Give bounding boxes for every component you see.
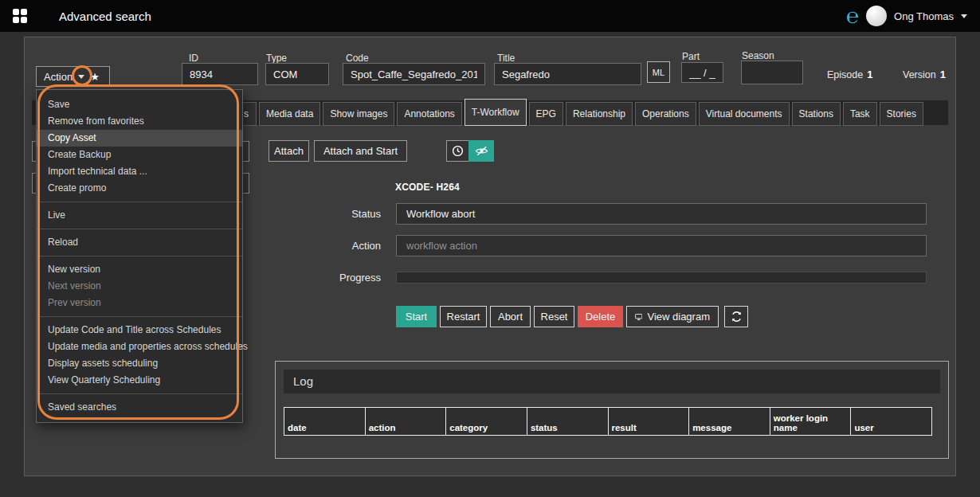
tab-media-data[interactable]: Media data bbox=[259, 102, 320, 126]
refresh-button[interactable] bbox=[724, 306, 748, 327]
id-field[interactable] bbox=[182, 63, 258, 85]
status-input[interactable] bbox=[396, 203, 927, 225]
attach-button[interactable]: Attach bbox=[269, 140, 309, 162]
abort-button[interactable]: Abort bbox=[490, 306, 531, 327]
action-dropdown-menu: Save Remove from favorites Copy Asset Cr… bbox=[36, 89, 243, 423]
view-diagram-label: View diagram bbox=[647, 311, 710, 323]
tab-annotations[interactable]: Annotations bbox=[397, 102, 461, 126]
workflow-action-label: Action bbox=[308, 240, 381, 252]
toggle-visibility-button[interactable] bbox=[468, 140, 494, 162]
code-label: Code bbox=[346, 53, 369, 64]
log-col-category: category bbox=[446, 407, 527, 436]
tab-bar: s Media data Show images Annotations T-W… bbox=[236, 99, 923, 126]
caret-down-icon bbox=[78, 75, 84, 79]
title-field[interactable] bbox=[494, 63, 641, 85]
version-label: Version bbox=[903, 69, 936, 80]
menu-item-live[interactable]: Live bbox=[37, 207, 242, 224]
log-table: date action category status result messa… bbox=[284, 407, 932, 436]
menu-item-create-backup[interactable]: Create Backup bbox=[37, 147, 242, 163]
tab-epg[interactable]: EPG bbox=[529, 102, 563, 126]
version-value: 1 bbox=[940, 68, 946, 80]
attach-and-start-button[interactable]: Attach and Start bbox=[314, 140, 407, 162]
menu-group: Live bbox=[37, 202, 242, 229]
menu-group: Update Code and Title across Schedules U… bbox=[37, 316, 242, 393]
menu-group: New version Next version Prev version bbox=[37, 256, 242, 316]
topbar: Advanced search ℮ Ong Thomas bbox=[0, 0, 980, 32]
action-button-label: Action bbox=[44, 71, 73, 83]
menu-item-prev-version: Prev version bbox=[37, 295, 242, 311]
refresh-icon bbox=[731, 311, 743, 323]
season-label: Season bbox=[742, 50, 774, 61]
eye-off-icon bbox=[475, 145, 488, 157]
menu-item-next-version: Next version bbox=[37, 278, 242, 295]
tab-task[interactable]: Task bbox=[843, 102, 877, 126]
status-label: Status bbox=[308, 208, 381, 220]
menu-item-reload[interactable]: Reload bbox=[37, 234, 242, 251]
log-col-user: user bbox=[851, 407, 932, 436]
log-col-action: action bbox=[366, 407, 447, 436]
tab-virtual-documents[interactable]: Virtual documents bbox=[699, 102, 790, 126]
xcode-title: XCODE- H264 bbox=[395, 182, 460, 193]
type-field[interactable] bbox=[265, 63, 329, 85]
part-label: Part bbox=[682, 51, 700, 62]
clock-icon bbox=[452, 145, 464, 157]
favorite-star-icon[interactable]: ★ bbox=[90, 72, 100, 82]
start-button[interactable]: Start bbox=[396, 306, 437, 327]
chevron-down-icon bbox=[961, 14, 967, 18]
menu-group: Reload bbox=[37, 229, 242, 256]
episode-value: 1 bbox=[867, 68, 872, 80]
episode-label: Episode bbox=[827, 69, 863, 80]
tab-stories[interactable]: Stories bbox=[880, 102, 923, 126]
tab-show-images[interactable]: Show images bbox=[323, 102, 394, 126]
menu-item-copy-asset[interactable]: Copy Asset bbox=[37, 130, 242, 147]
menu-item-saved-searches[interactable]: Saved searches bbox=[37, 399, 242, 416]
workflow-action-input[interactable] bbox=[396, 235, 927, 256]
tab-stations[interactable]: Stations bbox=[792, 102, 841, 126]
progress-bar bbox=[396, 272, 927, 284]
reset-button[interactable]: Reset bbox=[534, 306, 574, 327]
avatar[interactable] bbox=[866, 6, 887, 26]
tab-operations[interactable]: Operations bbox=[635, 102, 696, 126]
brand-logo-icon: ℮ bbox=[846, 6, 859, 26]
menu-item-remove-from-favorites[interactable]: Remove from favorites bbox=[37, 113, 242, 130]
menu-item-display-assets-scheduling[interactable]: Display assets scheduling bbox=[37, 355, 242, 372]
part-field[interactable] bbox=[681, 62, 723, 83]
tab-t-workflow[interactable]: T-Workflow bbox=[465, 99, 527, 126]
apps-grid-icon[interactable] bbox=[13, 9, 27, 23]
delete-button[interactable]: Delete bbox=[578, 306, 623, 327]
menu-item-view-quarterly-scheduling[interactable]: View Quarterly Scheduling bbox=[37, 372, 242, 389]
tab-relationship[interactable]: Relationship bbox=[566, 102, 633, 126]
menu-item-import-technical-data[interactable]: Import technical data ... bbox=[37, 163, 242, 180]
version-field: Version1 bbox=[903, 68, 946, 80]
clock-button[interactable] bbox=[446, 140, 469, 162]
menu-item-new-version[interactable]: New version bbox=[37, 261, 242, 278]
menu-group: Saved searches bbox=[37, 393, 242, 421]
log-col-message: message bbox=[689, 407, 770, 436]
title-label: Title bbox=[497, 53, 515, 64]
log-col-date: date bbox=[284, 407, 366, 436]
menu-item-create-promo[interactable]: Create promo bbox=[37, 180, 242, 197]
log-col-worker-login-name: worker login name bbox=[770, 407, 852, 436]
log-col-status: status bbox=[527, 407, 609, 436]
user-menu[interactable]: ℮ Ong Thomas bbox=[846, 6, 967, 26]
menu-item-save[interactable]: Save bbox=[37, 96, 242, 113]
episode-field: Episode1 bbox=[827, 68, 872, 80]
restart-button[interactable]: Restart bbox=[440, 306, 487, 327]
progress-label: Progress bbox=[308, 272, 381, 284]
log-header: Log bbox=[284, 370, 940, 393]
action-button[interactable]: Action ★ bbox=[36, 66, 110, 87]
log-col-result: result bbox=[609, 407, 690, 436]
menu-item-update-media-properties[interactable]: Update media and properties across sched… bbox=[37, 339, 242, 355]
type-label: Type bbox=[266, 53, 287, 64]
user-name[interactable]: Ong Thomas bbox=[894, 10, 954, 22]
id-label: ID bbox=[189, 53, 198, 64]
ml-button[interactable]: ML bbox=[647, 61, 670, 83]
view-diagram-button[interactable]: View diagram bbox=[626, 306, 719, 327]
monitor-icon bbox=[635, 311, 642, 323]
season-field[interactable] bbox=[741, 61, 803, 84]
page-title: Advanced search bbox=[59, 10, 151, 23]
menu-group: Save Remove from favorites Copy Asset Cr… bbox=[37, 92, 242, 202]
menu-item-update-code-title[interactable]: Update Code and Title across Schedules bbox=[37, 322, 242, 339]
code-field[interactable] bbox=[343, 63, 485, 85]
